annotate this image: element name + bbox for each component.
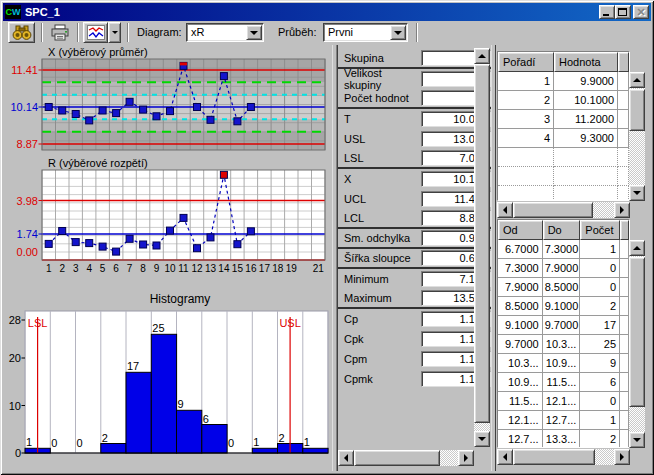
scroll-thumb[interactable] bbox=[629, 89, 645, 131]
table-cell: 11.2000 bbox=[554, 110, 618, 129]
scroll-up-button[interactable] bbox=[629, 240, 645, 256]
toolbar: Diagram: xR Průběh: Prvni bbox=[3, 21, 651, 45]
scroll-thumb[interactable] bbox=[629, 257, 645, 407]
data-point bbox=[167, 227, 174, 234]
table-row[interactable]: 9.10009.700017 bbox=[498, 316, 629, 335]
table-cell: 12.7... bbox=[498, 430, 543, 448]
data-point bbox=[140, 241, 147, 248]
search-button[interactable] bbox=[8, 22, 35, 43]
table-cell: 9.7000 bbox=[543, 316, 581, 335]
table-row[interactable]: 12.7...13.3...2 bbox=[498, 430, 629, 448]
x-axis-label: 5 bbox=[100, 263, 106, 274]
stat-row: Skupina bbox=[338, 49, 491, 69]
stat-row: LSL7.000 bbox=[338, 149, 491, 169]
scroll-down-button[interactable] bbox=[629, 432, 645, 448]
table-row[interactable]: 10.3...10.9...9 bbox=[498, 354, 629, 373]
table-cell: 0 bbox=[580, 392, 620, 411]
stats-horizontal-scrollbar[interactable] bbox=[338, 450, 474, 466]
table-row[interactable]: 49.3000 bbox=[498, 129, 629, 148]
table-row[interactable]: 8.50009.10002 bbox=[498, 297, 629, 316]
scroll-down-button[interactable] bbox=[474, 431, 490, 447]
x-axis-label: 21 bbox=[313, 263, 325, 274]
table-cell bbox=[620, 240, 629, 259]
diagram-combobox[interactable]: xR bbox=[186, 23, 264, 42]
table-row[interactable]: 10.9...11.5...6 bbox=[498, 373, 629, 392]
histogram-bar bbox=[202, 425, 227, 454]
scroll-right-button[interactable] bbox=[614, 449, 630, 465]
bar-count-label: 1 bbox=[26, 436, 32, 448]
maximize-button[interactable] bbox=[615, 5, 631, 19]
print-button[interactable] bbox=[47, 22, 73, 43]
data-point bbox=[126, 235, 133, 242]
close-button[interactable]: ✕ bbox=[633, 5, 649, 19]
values-vertical-scrollbar[interactable] bbox=[629, 72, 645, 201]
values-horizontal-scrollbar[interactable] bbox=[497, 202, 630, 218]
axis-tick-label: 10 bbox=[9, 400, 21, 412]
table-row[interactable]: 311.2000 bbox=[498, 110, 629, 129]
scroll-right-button[interactable] bbox=[458, 450, 474, 466]
stats-vertical-scrollbar[interactable] bbox=[474, 48, 490, 447]
table-row[interactable]: 210.1000 bbox=[498, 91, 629, 110]
column-header: Od bbox=[498, 220, 543, 240]
table-cell: 7.9000 bbox=[498, 278, 543, 297]
window-title: SPC_1 bbox=[25, 6, 599, 18]
scroll-thumb[interactable] bbox=[513, 449, 595, 465]
scroll-right-button[interactable] bbox=[614, 202, 630, 218]
title-bar[interactable]: CW SPC_1 ✕ bbox=[3, 3, 651, 21]
bins-horizontal-scrollbar[interactable] bbox=[497, 449, 630, 465]
arrow-right-icon bbox=[620, 206, 628, 214]
table-cell bbox=[554, 148, 618, 167]
table-empty-row[interactable] bbox=[498, 148, 629, 167]
scroll-up-button[interactable] bbox=[629, 72, 645, 88]
stat-label: LCL bbox=[344, 212, 421, 224]
table-cell: 9.1000 bbox=[543, 297, 581, 316]
chart-type-button[interactable] bbox=[83, 22, 108, 43]
table-row[interactable]: 11.5...12.1...0 bbox=[498, 392, 629, 411]
scroll-left-button[interactable] bbox=[497, 449, 513, 465]
charts-panel: X (výběrový průměr)11.4110.148.87R (výbě… bbox=[4, 45, 332, 471]
tables-panel: PořadíHodnota19.9000210.1000311.200049.3… bbox=[495, 45, 650, 471]
table-row[interactable]: 6.70007.30001 bbox=[498, 240, 629, 259]
table-empty-row[interactable] bbox=[498, 186, 629, 201]
table-cell: 2 bbox=[580, 430, 620, 448]
arrow-right-icon bbox=[620, 453, 628, 461]
table-row[interactable]: 19.9000 bbox=[498, 72, 629, 91]
table-cell: 3 bbox=[498, 110, 554, 129]
table-cell: 9.9000 bbox=[554, 72, 618, 91]
table-row[interactable]: 9.700010.3...25 bbox=[498, 335, 629, 354]
prubeh-combobox-dropdown[interactable] bbox=[390, 25, 406, 40]
table-cell: 10.9... bbox=[543, 354, 581, 373]
toolbar-separator bbox=[41, 23, 43, 42]
table-empty-row[interactable] bbox=[498, 167, 629, 186]
table-cell: 6 bbox=[580, 373, 620, 392]
scroll-down-button[interactable] bbox=[629, 185, 645, 201]
table-cell bbox=[498, 186, 554, 201]
minimize-button[interactable] bbox=[599, 5, 615, 19]
histogram-title: Histogramy bbox=[150, 292, 211, 306]
diagram-combobox-dropdown[interactable] bbox=[246, 25, 262, 40]
prubeh-combobox[interactable]: Prvni bbox=[323, 23, 408, 42]
arrow-up-icon bbox=[478, 50, 486, 58]
minimize-icon bbox=[603, 14, 609, 16]
table-row[interactable]: 7.30007.90000 bbox=[498, 259, 629, 278]
stat-label: Velikost skupiny bbox=[344, 67, 421, 91]
scroll-left-button[interactable] bbox=[497, 202, 513, 218]
x-axis-label: 14 bbox=[218, 263, 230, 274]
table-cell bbox=[618, 129, 629, 148]
table-row[interactable]: 12.1...12.7...1 bbox=[498, 411, 629, 430]
x-axis-label: 1 bbox=[46, 263, 52, 274]
x-axis-label: 19 bbox=[286, 263, 298, 274]
scroll-left-button[interactable] bbox=[338, 450, 354, 466]
table-cell bbox=[620, 430, 629, 448]
scroll-thumb[interactable] bbox=[354, 450, 440, 466]
stat-label: Šířka sloupce bbox=[344, 252, 421, 264]
stat-label: Sm. odchylka bbox=[344, 232, 421, 244]
bins-vertical-scrollbar[interactable] bbox=[629, 240, 645, 448]
chart-type-dropdown[interactable] bbox=[108, 22, 121, 43]
table-row[interactable]: 7.90008.50000 bbox=[498, 278, 629, 297]
scroll-thumb[interactable] bbox=[474, 64, 490, 423]
scroll-up-button[interactable] bbox=[474, 48, 490, 64]
table-cell bbox=[498, 167, 554, 186]
scroll-thumb[interactable] bbox=[513, 202, 593, 218]
prubeh-label: Průběh: bbox=[278, 26, 317, 38]
